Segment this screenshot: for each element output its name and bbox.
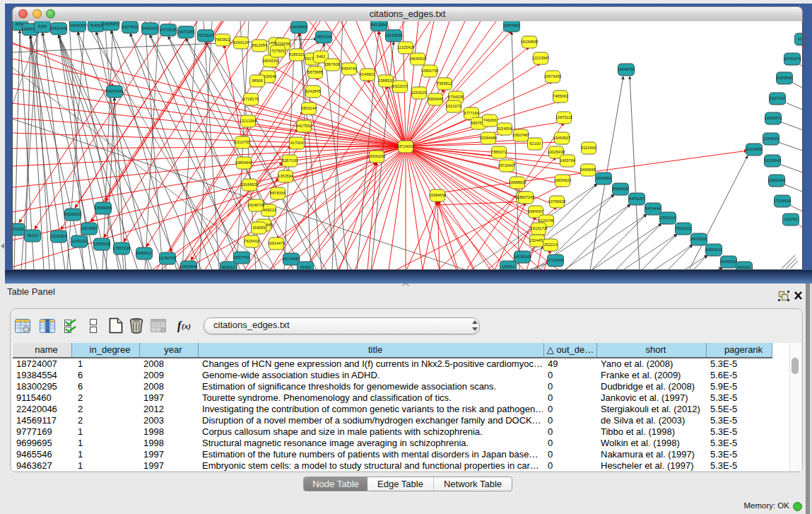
svg-text:12975115: 12975115 — [555, 115, 572, 119]
svg-text:8938928: 8938928 — [613, 187, 628, 191]
svg-text:12213369: 12213369 — [240, 119, 257, 123]
svg-text:1353594: 1353594 — [278, 174, 293, 178]
svg-text:12505155: 12505155 — [93, 242, 111, 246]
svg-text:20206526: 20206526 — [64, 212, 82, 216]
svg-text:14136141: 14136141 — [514, 255, 531, 259]
svg-text:20691406: 20691406 — [50, 26, 68, 30]
svg-text:1145193: 1145193 — [71, 239, 86, 243]
svg-text:62100: 62100 — [529, 141, 541, 146]
svg-text:1244415: 1244415 — [763, 136, 779, 141]
svg-text:8454749: 8454749 — [341, 66, 357, 71]
svg-text:7485063: 7485063 — [553, 94, 568, 98]
svg-text:1010755: 1010755 — [235, 140, 250, 144]
svg-text:8813054: 8813054 — [371, 23, 387, 27]
svg-text:8470626: 8470626 — [691, 237, 707, 241]
svg-text:1621072: 1621072 — [446, 104, 461, 108]
svg-text:10025438: 10025438 — [548, 150, 565, 154]
svg-text:12213967: 12213967 — [532, 56, 550, 60]
svg-text:11174: 11174 — [798, 37, 803, 41]
svg-text:20364486: 20364486 — [480, 136, 498, 140]
svg-text:6479197: 6479197 — [629, 197, 645, 201]
svg-text:6794028: 6794028 — [448, 95, 464, 99]
svg-text:19463627: 19463627 — [553, 136, 571, 140]
svg-text:15751074: 15751074 — [784, 57, 801, 61]
svg-text:3024554: 3024554 — [497, 127, 512, 131]
svg-text:945032: 945032 — [738, 265, 751, 269]
svg-text:16154838: 16154838 — [521, 40, 539, 44]
svg-text:9084067: 9084067 — [528, 209, 543, 214]
svg-text:3267130: 3267130 — [282, 158, 298, 163]
svg-text:10654112: 10654112 — [705, 247, 722, 252]
svg-text:19654923: 19654923 — [554, 178, 572, 182]
svg-text:10719155: 10719155 — [160, 28, 177, 32]
svg-text:8186323: 8186323 — [289, 52, 305, 57]
svg-text:39193: 39193 — [27, 233, 38, 238]
svg-text:1527602: 1527602 — [122, 25, 138, 29]
svg-text:16543392: 16543392 — [262, 59, 280, 63]
svg-text:10958117: 10958117 — [136, 251, 153, 255]
svg-text:75392: 75392 — [300, 265, 311, 269]
svg-text:8878354: 8878354 — [270, 191, 286, 195]
svg-text:18720407: 18720407 — [498, 163, 516, 168]
svg-text:9474444: 9474444 — [645, 206, 661, 211]
svg-text:10688609: 10688609 — [509, 180, 526, 185]
svg-text:252214: 252214 — [544, 243, 558, 247]
svg-text:9657791: 9657791 — [234, 255, 249, 259]
svg-text:9227342: 9227342 — [770, 96, 785, 100]
svg-text:154099: 154099 — [252, 226, 266, 230]
svg-text:16648794: 16648794 — [618, 67, 635, 71]
svg-text:10973493: 10973493 — [544, 74, 562, 78]
svg-text:18724007: 18724007 — [397, 144, 415, 148]
svg-text:1640954: 1640954 — [596, 176, 611, 180]
svg-text:9777169: 9777169 — [464, 111, 479, 115]
svg-text:1733426: 1733426 — [548, 258, 563, 262]
svg-text:12093872: 12093872 — [765, 116, 782, 120]
svg-text:19166829: 19166829 — [241, 182, 259, 187]
svg-text:727505: 727505 — [271, 49, 285, 53]
svg-text:8912954: 8912954 — [252, 43, 267, 47]
svg-text:1843059: 1843059 — [70, 23, 86, 28]
svg-text:18640910: 18640910 — [409, 57, 427, 61]
svg-text:417004: 417004 — [290, 141, 304, 145]
svg-text:16914479: 16914479 — [268, 241, 286, 245]
svg-text:8322037: 8322037 — [392, 84, 408, 88]
svg-text:116753: 116753 — [784, 217, 797, 221]
svg-text:19854945: 19854945 — [235, 160, 253, 165]
svg-text:16210643: 16210643 — [764, 158, 782, 163]
svg-text:12923448: 12923448 — [180, 264, 198, 269]
svg-text:17957223: 17957223 — [113, 246, 131, 250]
svg-text:10961758: 10961758 — [421, 69, 439, 73]
svg-text:15716485: 15716485 — [283, 257, 300, 261]
svg-text:7857224: 7857224 — [316, 35, 331, 39]
svg-text:183052: 183052 — [502, 264, 515, 269]
svg-text:7663822: 7663822 — [215, 37, 230, 42]
svg-text:8215958: 8215958 — [746, 147, 762, 151]
svg-text:1615172: 1615172 — [531, 226, 546, 230]
svg-text:13599366: 13599366 — [95, 206, 112, 210]
svg-text:1120746: 1120746 — [539, 218, 553, 223]
svg-text:8427552: 8427552 — [296, 124, 312, 128]
svg-text:746266: 746266 — [483, 118, 497, 122]
svg-text:10975887: 10975887 — [81, 226, 98, 230]
svg-text:10655257: 10655257 — [102, 22, 120, 26]
svg-text:6466160: 6466160 — [142, 26, 158, 30]
svg-text:9329966: 9329966 — [777, 76, 792, 80]
svg-text:7515524: 7515524 — [198, 33, 213, 37]
svg-text:2718176: 2718176 — [243, 97, 259, 101]
svg-text:(x): (x) — [182, 322, 191, 331]
svg-text:9245032: 9245032 — [721, 259, 736, 264]
svg-text:2867608: 2867608 — [324, 62, 340, 66]
svg-text:9160: 9160 — [38, 24, 47, 28]
svg-text:7632621: 7632621 — [676, 226, 691, 230]
svg-text:19218506: 19218506 — [385, 33, 403, 37]
svg-text:16046708: 16046708 — [247, 203, 265, 207]
svg-text:9699695: 9699695 — [580, 168, 596, 172]
svg-text:10607487: 10607487 — [512, 133, 530, 137]
svg-text:9160124: 9160124 — [233, 40, 249, 45]
svg-text:1495784: 1495784 — [560, 158, 575, 163]
svg-text:2087682: 2087682 — [504, 23, 519, 28]
svg-text:9146821: 9146821 — [360, 72, 375, 76]
svg-text:764052: 764052 — [90, 23, 103, 28]
svg-text:10756928: 10756928 — [548, 199, 566, 204]
svg-text:7625402: 7625402 — [244, 239, 259, 243]
